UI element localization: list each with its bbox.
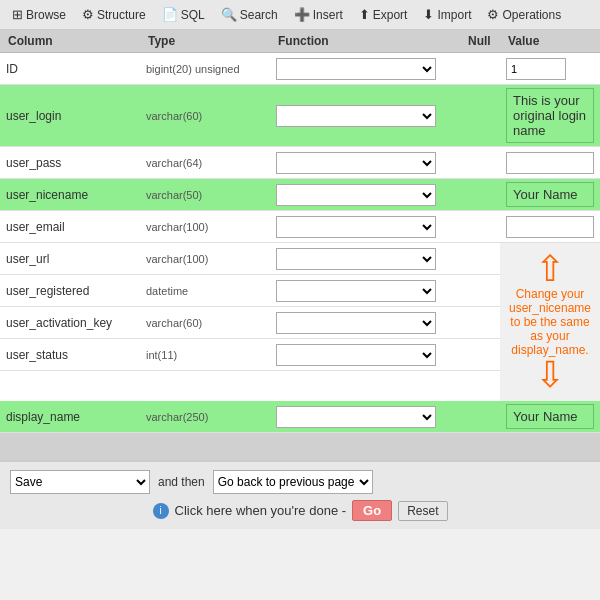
toolbar-insert-label: Insert	[313, 8, 343, 22]
func-select-user-email[interactable]	[276, 216, 436, 238]
value-id	[500, 55, 600, 83]
func-user-login	[270, 102, 460, 130]
type-user-activation-key: varchar(60)	[140, 314, 270, 332]
type-user-pass: varchar(64)	[140, 154, 270, 172]
func-user-nicename	[270, 181, 460, 209]
null-user-activation-key	[460, 320, 500, 326]
info-icon[interactable]: i	[153, 503, 169, 519]
table-row: user_email varchar(100)	[0, 211, 600, 243]
toolbar-import-label: Import	[437, 8, 471, 22]
and-then-label: and then	[158, 475, 205, 489]
col-user-activation-key: user_activation_key	[0, 313, 140, 333]
func-select-user-login[interactable]	[276, 105, 436, 127]
footer-row2: i Click here when you're done - Go Reset	[10, 500, 590, 521]
func-select-user-nicename[interactable]	[276, 184, 436, 206]
null-user-registered	[460, 288, 500, 294]
func-user-status	[270, 341, 460, 369]
toolbar-operations-label: Operations	[502, 8, 561, 22]
value-green-user-login: This is your original login name	[506, 88, 594, 143]
func-select-user-url[interactable]	[276, 248, 436, 270]
save-action-select[interactable]: Save	[10, 470, 150, 494]
null-id	[460, 66, 500, 72]
after-action-select[interactable]: Go back to previous pageInsert another n…	[213, 470, 373, 494]
left-rows: user_url varchar(100) user_registered da…	[0, 243, 500, 401]
export-icon: ⬆	[359, 7, 370, 22]
table-header: Column Type Function Null Value	[0, 30, 600, 53]
toolbar-import[interactable]: ⬇ Import	[415, 5, 479, 24]
func-user-registered	[270, 277, 460, 305]
go-button[interactable]: Go	[352, 500, 392, 521]
toolbar-insert[interactable]: ➕ Insert	[286, 5, 351, 24]
col-user-url: user_url	[0, 249, 140, 269]
func-select-display-name[interactable]	[276, 406, 436, 428]
footer-row1: Save and then Go back to previous pageIn…	[10, 470, 590, 494]
header-null: Null	[468, 34, 508, 48]
toolbar-sql[interactable]: 📄 SQL	[154, 5, 213, 24]
value-input-id[interactable]	[506, 58, 566, 80]
insert-icon: ➕	[294, 7, 310, 22]
toolbar-browse-label: Browse	[26, 8, 66, 22]
value-user-email	[500, 213, 600, 241]
type-user-url: varchar(100)	[140, 250, 270, 268]
func-user-email	[270, 213, 460, 241]
toolbar-export-label: Export	[373, 8, 408, 22]
func-select-user-status[interactable]	[276, 344, 436, 366]
func-id	[270, 55, 460, 83]
search-icon: 🔍	[221, 7, 237, 22]
type-user-email: varchar(100)	[140, 218, 270, 236]
col-user-status: user_status	[0, 345, 140, 365]
type-user-nicename: varchar(50)	[140, 186, 270, 204]
func-select-id[interactable]	[276, 58, 436, 80]
toolbar-search[interactable]: 🔍 Search	[213, 5, 286, 24]
arrow-up-icon: ⇧	[535, 251, 565, 287]
annotation-text: Change your user_nicename to be the same…	[508, 287, 592, 357]
func-select-user-registered[interactable]	[276, 280, 436, 302]
table-row: user_pass varchar(64)	[0, 147, 600, 179]
header-value: Value	[508, 34, 592, 48]
reset-button[interactable]: Reset	[398, 501, 447, 521]
col-user-registered: user_registered	[0, 281, 140, 301]
value-user-pass	[500, 149, 600, 177]
value-green-display-name: Your Name	[506, 404, 594, 429]
toolbar-search-label: Search	[240, 8, 278, 22]
func-select-user-activation-key[interactable]	[276, 312, 436, 334]
structure-icon: ⚙	[82, 7, 94, 22]
table-row: ID bigint(20) unsigned	[0, 53, 600, 85]
func-select-user-pass[interactable]	[276, 152, 436, 174]
toolbar-browse[interactable]: ⊞ Browse	[4, 5, 74, 24]
header-col: Column	[8, 34, 148, 48]
table-row: user_activation_key varchar(60)	[0, 307, 500, 339]
null-user-pass	[460, 160, 500, 166]
toolbar-export[interactable]: ⬆ Export	[351, 5, 416, 24]
toolbar-structure[interactable]: ⚙ Structure	[74, 5, 154, 24]
col-display-name: display_name	[0, 407, 140, 427]
null-display-name	[460, 414, 500, 420]
func-user-pass	[270, 149, 460, 177]
value-user-login: This is your original login name	[500, 85, 600, 146]
toolbar: ⊞ Browse ⚙ Structure 📄 SQL 🔍 Search ➕ In…	[0, 0, 600, 30]
table-row: user_url varchar(100)	[0, 243, 500, 275]
browse-icon: ⊞	[12, 7, 23, 22]
type-user-registered: datetime	[140, 282, 270, 300]
table-area: Column Type Function Null Value ID bigin…	[0, 30, 600, 460]
func-user-activation-key	[270, 309, 460, 337]
type-id: bigint(20) unsigned	[140, 60, 270, 78]
toolbar-operations[interactable]: ⚙ Operations	[479, 5, 569, 24]
func-user-url	[270, 245, 460, 273]
value-input-user-email[interactable]	[506, 216, 594, 238]
toolbar-structure-label: Structure	[97, 8, 146, 22]
table-row: user_nicename varchar(50) Your Name	[0, 179, 600, 211]
col-user-pass: user_pass	[0, 153, 140, 173]
type-user-login: varchar(60)	[140, 107, 270, 125]
empty-row	[0, 433, 600, 460]
table-row: display_name varchar(250) Your Name	[0, 401, 600, 433]
value-input-user-pass[interactable]	[506, 152, 594, 174]
import-icon: ⬇	[423, 7, 434, 22]
null-user-email	[460, 224, 500, 230]
col-user-nicename: user_nicename	[0, 185, 140, 205]
null-user-login	[460, 113, 500, 119]
arrow-down-icon: ⇩	[535, 357, 565, 393]
type-display-name: varchar(250)	[140, 408, 270, 426]
col-id: ID	[0, 59, 140, 79]
func-display-name	[270, 403, 460, 431]
